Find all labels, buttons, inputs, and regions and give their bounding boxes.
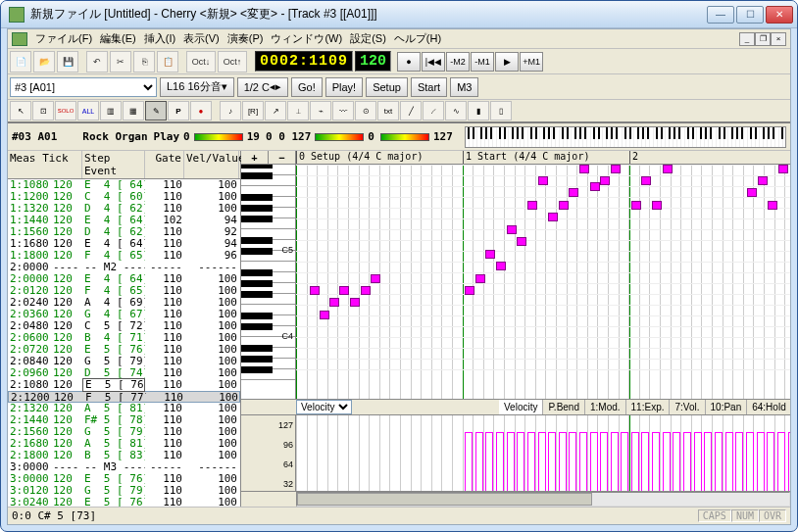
tool-arrow[interactable]: ↖ <box>10 101 31 121</box>
note[interactable] <box>371 274 380 283</box>
piano-keyboard[interactable]: C5C4 <box>241 165 296 399</box>
menu-演奏(P)[interactable]: 演奏(P) <box>227 31 264 46</box>
velocity-bar[interactable] <box>465 432 473 491</box>
note[interactable] <box>569 188 578 197</box>
event-row[interactable]: 2:1800 120 B 5 [ 83] 110100 <box>8 450 240 461</box>
tool-pencil[interactable]: ✎ <box>145 101 167 121</box>
note[interactable] <box>559 201 569 210</box>
tool-graph[interactable]: ⌁ <box>310 101 331 121</box>
vel-tab-1[interactable]: P.Bend <box>543 400 585 414</box>
ruler-marker[interactable]: 1 Start (4/4 C major) <box>463 151 589 164</box>
event-row[interactable]: 2:1080 120 E 5 [ 76] 110100 <box>8 379 240 391</box>
velocity-bar[interactable] <box>725 432 733 491</box>
menu-編集(E)[interactable]: 編集(E) <box>100 31 136 46</box>
note[interactable] <box>320 311 329 319</box>
note[interactable] <box>339 286 349 295</box>
velocity-bar[interactable] <box>757 432 765 491</box>
velocity-bar[interactable] <box>767 432 774 491</box>
tool-bracket[interactable]: [R] <box>242 101 264 121</box>
prev-marker-button[interactable]: -M2 <box>446 52 470 72</box>
track-selector[interactable]: #3 [A01] <box>10 77 157 97</box>
velocity-bar[interactable] <box>611 432 619 491</box>
rewind-button[interactable]: |◀◀ <box>422 52 445 72</box>
event-row[interactable]: 2:1320 120 A 5 [ 81] 110100 <box>8 403 240 414</box>
note[interactable] <box>758 176 768 185</box>
velocity-bar[interactable] <box>569 432 576 491</box>
note[interactable] <box>641 176 651 185</box>
event-row[interactable]: 1:1320 120 D 4 [ 62] 110100 <box>8 203 240 215</box>
velocity-bar[interactable] <box>683 432 691 491</box>
scale-dropdown[interactable]: 1/2 C ◂▸ <box>237 77 288 97</box>
next-marker-button[interactable]: -M1 <box>471 52 494 72</box>
end-marker-button[interactable]: +M1 <box>520 52 543 72</box>
event-row[interactable]: 2:0000 ---- -- M2 ----- ----------- <box>8 262 240 273</box>
menu-設定(S)[interactable]: 設定(S) <box>350 31 386 46</box>
velocity-bar[interactable] <box>527 432 535 491</box>
note[interactable] <box>778 165 788 173</box>
controller-select[interactable]: Velocity <box>296 400 352 414</box>
tool-solo[interactable]: SOLO <box>55 101 76 121</box>
velocity-bar[interactable] <box>715 432 723 491</box>
velocity-bar[interactable] <box>746 432 754 491</box>
event-row[interactable]: 2:0360 120 G 4 [ 67] 110100 <box>8 309 240 320</box>
velocity-bar[interactable] <box>496 432 504 491</box>
note[interactable] <box>747 188 757 197</box>
cc-bar-2[interactable] <box>315 133 364 141</box>
note[interactable] <box>361 286 371 295</box>
paste-button[interactable]: 📋 <box>157 51 178 73</box>
menu-ファイル(F)[interactable]: ファイル(F) <box>35 31 92 46</box>
cc-bar-3[interactable] <box>380 133 429 141</box>
velocity-bar[interactable] <box>548 432 556 491</box>
tool-slider[interactable]: ⟂ <box>287 101 309 121</box>
event-row[interactable]: 1:1800 120 F 4 [ 65] 11096 <box>8 250 240 262</box>
undo-button[interactable]: ↶ <box>86 51 108 73</box>
event-row[interactable]: 1:1440 120 E 4 [ 64] 10294 <box>8 215 240 226</box>
event-row[interactable]: 2:0240 120 A 4 [ 69] 110100 <box>8 297 240 309</box>
save-file-button[interactable]: 💾 <box>57 51 78 73</box>
event-row[interactable]: 1:1080 120 E 4 [ 64] 110100 <box>8 179 240 191</box>
velocity-bar[interactable] <box>704 432 712 491</box>
velocity-bar[interactable] <box>788 432 790 491</box>
note[interactable] <box>600 176 610 185</box>
vel-tab-3[interactable]: 11:Exp. <box>626 400 671 414</box>
tool-flag[interactable]: ↗ <box>265 101 286 121</box>
oct-down-button[interactable]: Oct↓ <box>186 51 216 73</box>
note[interactable] <box>485 250 495 259</box>
mdi-minimize-button[interactable]: _ <box>739 32 755 46</box>
tool-all[interactable]: ALL <box>77 101 99 121</box>
tool-text[interactable]: txt <box>377 101 399 121</box>
event-row[interactable]: 2:0000 120 E 4 [ 64] 110100 <box>8 273 240 285</box>
tool-record[interactable]: ● <box>190 101 212 121</box>
note[interactable] <box>663 165 673 173</box>
vel-tab-5[interactable]: 10:Pan <box>706 400 748 414</box>
velocity-grid[interactable] <box>296 415 790 491</box>
event-list[interactable]: 1:1080 120 E 4 [ 64] 110100 1:1200 120 C… <box>8 179 240 507</box>
note[interactable] <box>652 201 662 210</box>
tool-session[interactable]: ⊡ <box>32 101 54 121</box>
velocity-bar[interactable] <box>735 432 743 491</box>
quantize-dropdown[interactable]: L16 16分音 ▾ <box>160 77 234 97</box>
note[interactable] <box>517 237 526 246</box>
time-ruler[interactable]: 0 Setup (4/4 C major)1 Start (4/4 C majo… <box>296 151 790 164</box>
ruler-marker[interactable]: 2 <box>629 151 638 164</box>
menu-ヘルプ(H)[interactable]: ヘルプ(H) <box>394 31 441 46</box>
start-button[interactable]: Start <box>411 77 447 97</box>
velocity-bar[interactable] <box>517 432 524 491</box>
mini-keyboard[interactable] <box>465 126 786 148</box>
event-row[interactable]: 3:0240 120 E 5 [ 76] 110100 <box>8 497 240 507</box>
rec-button[interactable]: ● <box>397 52 421 72</box>
play-button[interactable]: ▶ <box>495 52 519 72</box>
tool-line[interactable]: ╱ <box>400 101 422 121</box>
scrollbar-thumb[interactable] <box>297 493 592 506</box>
event-row[interactable]: 2:1200 120 F 5 [ 77] 110100 <box>8 391 240 403</box>
cc-bar-1[interactable] <box>194 133 243 141</box>
setup-button[interactable]: Setup <box>366 77 408 97</box>
velocity-bar[interactable] <box>777 432 785 491</box>
vel-tab-0[interactable]: Velocity <box>499 400 543 414</box>
event-row[interactable]: 2:0720 120 E 5 [ 76] 110100 <box>8 344 240 356</box>
velocity-bar[interactable] <box>485 432 493 491</box>
event-row[interactable]: 2:1560 120 G 5 [ 79] 110100 <box>8 426 240 438</box>
note[interactable] <box>465 286 474 295</box>
velocity-bar[interactable] <box>641 432 649 491</box>
note[interactable] <box>329 298 339 307</box>
